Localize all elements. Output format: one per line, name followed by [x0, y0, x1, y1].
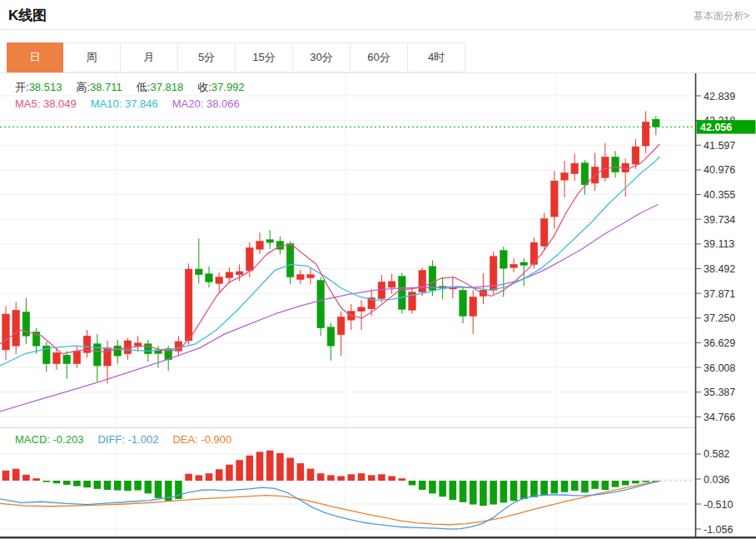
macd-bar [622, 481, 629, 485]
macd-bar [520, 481, 528, 499]
open-stat: 开:38.513 [15, 80, 62, 95]
macd-legend: MACD: -0.203 DIFF: -1.002 DEA: -0.900 [15, 433, 231, 446]
macd-bar [114, 481, 122, 491]
macd-bar [185, 474, 192, 481]
macd-bar [632, 481, 639, 483]
axis-labels: 42.83942.21841.59740.97640.35539.73439.1… [696, 91, 735, 536]
macd-stat: MACD: -0.203 [15, 433, 83, 446]
axis-tick-label: 0.582 [704, 448, 729, 460]
macd-bar [63, 481, 71, 485]
close-stat: 收:37.992 [197, 80, 244, 95]
macd-bar [83, 481, 91, 487]
candle [134, 336, 142, 352]
macd-histogram [2, 451, 659, 506]
candle [419, 267, 426, 296]
axis-tick-label: 39.734 [704, 214, 735, 226]
macd-bar [256, 452, 264, 481]
candle [206, 267, 213, 287]
ma20-line [0, 205, 658, 412]
candle [388, 274, 395, 294]
candle [12, 302, 20, 354]
candle [612, 151, 619, 177]
candle [63, 351, 71, 378]
macd-bar [32, 478, 40, 481]
period-tabs: 日 周 月 5分 15分 30分 60分 4时 [7, 42, 465, 72]
candle [256, 232, 264, 254]
candle [196, 238, 203, 283]
macd-bar [216, 469, 223, 481]
axis-tick-label: 37.250 [704, 312, 735, 324]
candle [561, 161, 569, 197]
ma20-stat: MA20: 38.066 [172, 97, 240, 110]
candle [124, 338, 132, 360]
tab-4hour[interactable]: 4时 [408, 42, 465, 72]
candle [348, 304, 356, 330]
axis-tick-label: 41.597 [704, 140, 735, 152]
candle [602, 143, 609, 182]
macd-bar [226, 465, 233, 481]
tab-day[interactable]: 日 [7, 42, 63, 72]
current-price-label: 42.056 [700, 122, 732, 133]
candle [530, 237, 538, 268]
macd-bar [561, 481, 569, 492]
candle [286, 242, 294, 285]
macd-bar [327, 475, 335, 481]
candle [399, 273, 406, 314]
candle [551, 171, 559, 228]
candle [571, 154, 579, 181]
macd-bar [460, 481, 467, 502]
candle [104, 341, 112, 384]
axis-tick-label: 38.492 [704, 263, 735, 275]
candle [500, 247, 508, 297]
tab-15min[interactable]: 15分 [236, 42, 293, 72]
macd-bar [124, 481, 132, 491]
macd-bar [571, 481, 579, 491]
candle [337, 312, 345, 356]
candle [327, 323, 335, 361]
tab-month[interactable]: 月 [121, 42, 178, 72]
tab-30min[interactable]: 30分 [293, 42, 351, 72]
candle [185, 263, 192, 344]
axis-tick-label: 42.839 [704, 91, 735, 102]
candle [114, 340, 122, 364]
candle [94, 334, 102, 382]
macd-bar [246, 456, 254, 481]
tab-week[interactable]: 周 [63, 42, 121, 72]
candle [642, 112, 649, 153]
macd-bar [612, 481, 619, 487]
candle [307, 268, 315, 284]
axis-tick-label: 36.008 [704, 362, 735, 374]
macd-bar [581, 481, 589, 492]
macd-bar [73, 481, 81, 487]
macd-bar [337, 476, 345, 480]
macd-bar [104, 481, 112, 490]
ma5-line [0, 144, 659, 354]
kline-widget: K线图 基本面分析> 日 周 月 5分 15分 30分 60分 4时 42.83… [0, 0, 756, 539]
tab-5min[interactable]: 5分 [178, 42, 236, 72]
ma5-stat: MA5: 38.049 [15, 97, 77, 110]
macd-bar [530, 481, 538, 497]
macd-bar [266, 451, 274, 481]
macd-bar [2, 471, 10, 481]
macd-bar [642, 481, 649, 482]
candle [266, 230, 274, 249]
macd-bar [94, 481, 102, 489]
axis-tick-label: 35.387 [704, 387, 735, 398]
candle [490, 252, 497, 294]
candle [216, 272, 223, 292]
macd-bar [12, 469, 20, 481]
candle [653, 116, 660, 135]
candle [358, 300, 366, 330]
axis-tick-label: 40.976 [704, 164, 735, 176]
candle [317, 277, 325, 337]
candle [2, 306, 10, 359]
candle [297, 270, 305, 284]
macd-bar [43, 481, 51, 482]
macd-bar [510, 481, 518, 501]
candle [175, 336, 182, 356]
macd-bar [206, 473, 213, 481]
tab-60min[interactable]: 60分 [351, 42, 408, 72]
macd-bar [22, 475, 30, 481]
grid-lines [0, 74, 695, 537]
axis-tick-label: -1.056 [704, 524, 733, 536]
